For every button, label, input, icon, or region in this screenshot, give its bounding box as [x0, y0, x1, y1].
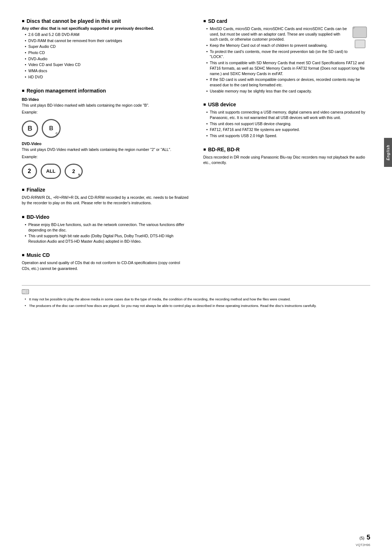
- region-title: Region management information: [22, 88, 189, 94]
- note-list: It may not be possible to play the above…: [22, 297, 370, 308]
- sdcard-title: SD card: [203, 18, 370, 24]
- page-divider: [22, 285, 370, 286]
- bottom-notes: It may not be possible to play the above…: [22, 289, 370, 308]
- list-item: DVD-Audio: [25, 56, 189, 62]
- list-item: Video CD and Super Video CD: [25, 62, 189, 67]
- list-item: FAT12, FAT16 and FAT32 file systems are …: [206, 127, 370, 132]
- list-item: Super Audio CD: [25, 44, 189, 49]
- bdre-title: BD-RE, BD-R: [203, 147, 370, 152]
- list-item: Keep the Memory Card out of reach of chi…: [206, 43, 370, 48]
- discs-section: Discs that cannot be played in this unit…: [22, 18, 189, 80]
- list-item: This unit supports connecting a USB memo…: [206, 110, 370, 120]
- list-item: This unit is compatible with SD Memory C…: [206, 60, 370, 76]
- page-number-parens: (5): [360, 536, 364, 540]
- sdcard-section: SD card MiniSD Cards, microSD Cards, mic…: [203, 18, 370, 94]
- discs-bold-note: Any other disc that is not specifically …: [22, 26, 189, 30]
- bd-example-label: Example:: [22, 110, 189, 115]
- left-column: Discs that cannot be played in this unit…: [22, 18, 189, 279]
- region-badge-b: B: [22, 120, 38, 137]
- usb-section: USB device This unit supports connecting…: [203, 102, 370, 138]
- list-item: Useable memory may be slightly less than…: [206, 89, 370, 94]
- list-item: MiniSD Cards, microSD Cards, microSDHC C…: [206, 26, 370, 42]
- list-item: DVD-RAM that cannot be removed from thei…: [25, 38, 189, 44]
- product-code: VQT2H96: [356, 543, 370, 547]
- finalize-title: Finalize: [22, 187, 189, 193]
- bdvideo-title: BD-Video: [22, 214, 189, 220]
- dvd-example-label: Example:: [22, 154, 189, 160]
- right-column: SD card MiniSD Cards, microSD Cards, mic…: [203, 18, 370, 279]
- finalize-section: Finalize DVD-R/RW/R DL, +R/+RW/+R DL and…: [22, 187, 189, 206]
- list-item: This unit supports high bit rate audio (…: [25, 233, 189, 244]
- finalize-text: DVD-R/RW/R DL, +R/+RW/+R DL and CD-R/RW …: [22, 195, 189, 206]
- usb-list: This unit supports connecting a USB memo…: [203, 110, 370, 138]
- list-item: If the SD card is used with incompatible…: [206, 77, 370, 87]
- note-icon: [22, 289, 370, 295]
- sdcard-list: MiniSD Cards, microSD Cards, microSDHC C…: [203, 26, 370, 94]
- bd-video-label: BD-Video: [22, 97, 189, 102]
- page-number: (5) 5: [360, 534, 370, 541]
- discs-list: 2.6 GB and 5.2 GB DVD-RAM DVD-RAM that c…: [22, 32, 189, 80]
- list-item: 2.6 GB and 5.2 GB DVD-RAM: [25, 32, 189, 37]
- dvd-video-text: This unit plays DVD-Video marked with la…: [22, 147, 189, 153]
- bdre-section: BD-RE, BD-R Discs recorded in DR mode us…: [203, 147, 370, 166]
- list-item: HD DVD: [25, 74, 189, 80]
- page-number-main: 5: [367, 534, 370, 541]
- list-item: WMA discs: [25, 68, 189, 74]
- list-item: Please enjoy BD-Live functions, such as …: [25, 222, 189, 233]
- main-content: Discs that cannot be played in this unit…: [22, 18, 370, 279]
- dvd-region-badges: 2 ALL 2 5: [22, 164, 189, 179]
- page: English Discs that cannot be played in t…: [0, 0, 392, 554]
- list-item: Photo CD: [25, 50, 189, 56]
- discs-title: Discs that cannot be played in this unit: [22, 18, 189, 24]
- musiccd-section: Music CD Operation and sound quality of …: [22, 252, 189, 272]
- bd-video-text: This unit plays BD-Video marked with lab…: [22, 103, 189, 108]
- dvd-video-label: DVD-Video: [22, 141, 189, 146]
- list-item: This unit does not support USB device ch…: [206, 121, 370, 127]
- list-item: This unit supports USB 2.0 High Speed.: [206, 133, 370, 139]
- usb-title: USB device: [203, 102, 370, 107]
- bd-region-badges: B B C: [22, 119, 189, 138]
- list-item: To protect the card's contents, move the…: [206, 49, 370, 59]
- dvd-badge-2: 2: [22, 164, 37, 179]
- dvd-badge-all: ALL: [41, 164, 61, 179]
- dvd-badge-2-5: 2 5: [65, 164, 83, 179]
- musiccd-title: Music CD: [22, 252, 189, 258]
- note-item: It may not be possible to play the above…: [25, 297, 370, 302]
- musiccd-text: Operation and sound quality of CDs that …: [22, 260, 189, 272]
- bdvideo-list: Please enjoy BD-Live functions, such as …: [22, 222, 189, 244]
- region-badge-bc: B C: [42, 119, 61, 138]
- note-item: The producers of the disc can control ho…: [25, 303, 370, 308]
- english-sidebar-label: English: [384, 138, 392, 167]
- bdre-text: Discs recorded in DR mode using Panasoni…: [203, 155, 370, 166]
- region-section: Region management information BD-Video T…: [22, 88, 189, 179]
- note-book-icon: [22, 289, 29, 294]
- bdvideo-section: BD-Video Please enjoy BD-Live functions,…: [22, 214, 189, 244]
